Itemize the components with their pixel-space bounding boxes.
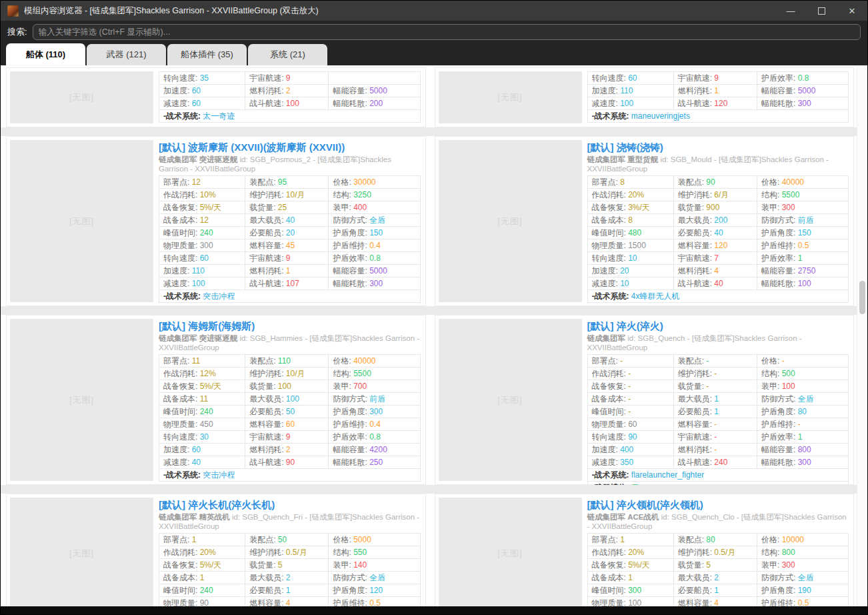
stat-row: 转向速度: 10宇宙航速: 7护盾效率: 1 <box>587 252 849 265</box>
stat-cell: 最大载员: 2 <box>673 572 757 584</box>
stat-cell: 宇宙航速: 9 <box>245 72 329 85</box>
tab-1[interactable]: 武器 (121) <box>87 44 166 65</box>
stat-row: 战备恢复: 5%/天载货量: 5装甲: 300 <box>587 559 849 572</box>
ship-subtitle: 链成集团军 突进驱逐舰 id: SGB_Posmous_2 - [链成集团军]S… <box>159 155 421 173</box>
ship-card[interactable]: [无图] [默认] 浇铸(浇铸) 链成集团军 重型货舰 id: SGB_Moul… <box>435 136 855 306</box>
ship-card[interactable]: [无图] [默认] 淬火(淬火) 链成集团军 id: SGB_Quench - … <box>435 315 855 485</box>
stat-cell: 护盾效率: 1 <box>757 252 848 265</box>
stat-cell: 燃料消耗: 1 <box>673 85 757 97</box>
stat-cell: 宇宙航速: 9 <box>245 431 329 444</box>
stat-row: 部署点: 11装配点: 110价格: 40000 <box>159 355 421 368</box>
tab-0[interactable]: 船体 (110) <box>6 43 85 65</box>
stat-cell: 结构: 5500 <box>757 189 848 201</box>
stat-cell: 燃料容量: 60 <box>245 418 329 431</box>
stat-cell: 减速度: 40 <box>159 456 245 469</box>
stat-cell: 装配点: - <box>673 355 757 368</box>
stat-cell: 战备恢复: 3%/天 <box>587 201 673 214</box>
ship-stats-table: 转向速度: 35宇宙航速: 9加速度: 60燃料消耗: 2幅能容量: 5000减… <box>159 71 421 123</box>
window-title: 模组内容浏览器 - [链成集团军]Shackles Garrison - XXV… <box>24 5 775 17</box>
stat-row: 战备成本: 8最大载员: 200防御方式: 前盾 <box>587 214 849 227</box>
stat-cell: 战斗航速: 240 <box>673 456 757 469</box>
stat-cell <box>329 72 420 85</box>
stat-cell: 最大载员: 1 <box>673 393 757 406</box>
minimize-button[interactable]: — <box>775 1 806 21</box>
stat-cell: 幅能耗散: 300 <box>757 456 848 469</box>
stat-cell: 价格: 5000 <box>329 534 420 546</box>
stat-row: 峰值时间: 240必要船员: 50护盾角度: 300 <box>159 406 421 418</box>
card-row: [无图] [默认] 海姆斯(海姆斯) 链成集团军 突进驱逐舰 id: SGB_H… <box>1 315 867 485</box>
stat-row: 转向速度: 90宇宙航速: -护盾效率: 1 <box>587 431 849 444</box>
stat-cell: 幅能容量: 4200 <box>329 444 420 456</box>
scrollbar-thumb[interactable] <box>859 281 865 314</box>
maximize-button[interactable] <box>806 1 837 21</box>
stat-cell: 结构: 550 <box>329 546 420 559</box>
ship-title: [默认] 淬火领机(淬火领机) <box>587 498 849 511</box>
titlebar: 模组内容浏览器 - [链成集团军]Shackles Garrison - XXV… <box>1 1 867 21</box>
stat-row: 减速度: 60战斗航速: 100幅能耗散: 200 <box>159 97 421 110</box>
stat-cell: 护盾维持: 0.5 <box>757 597 848 607</box>
stat-row: 战备恢复: 5%/天载货量: 100装甲: 700 <box>159 380 421 393</box>
stat-cell: 燃料容量: 4 <box>673 597 757 607</box>
scrollbar[interactable] <box>857 65 867 606</box>
tab-2[interactable]: 船体插件 (35) <box>167 44 247 65</box>
ship-thumbnail: [无图] <box>10 498 153 606</box>
no-image-watermark: [无图] <box>497 548 522 560</box>
row-separator <box>1 127 867 136</box>
ship-info: 转向速度: 60宇宙航速: 9护盾效率: 0.8加速度: 110燃料消耗: 1幅… <box>582 71 851 123</box>
stat-cell: 幅能容量: 5000 <box>757 85 848 97</box>
stat-cell: 护盾维持: 0.4 <box>329 418 420 431</box>
stat-row: 战备成本: 12最大载员: 40防御方式: 全盾 <box>159 214 421 227</box>
system-row: -武器槽位: 无 <box>587 482 849 486</box>
stat-cell: 加速度: 60 <box>159 444 245 456</box>
stat-cell: 燃料容量: 45 <box>245 239 329 252</box>
stat-cell: 峰值时间: 240 <box>159 584 245 597</box>
ship-subtitle: 链成集团军 id: SGB_Quench - [链成集团军]Shackles G… <box>587 334 849 352</box>
stat-cell: 加速度: 400 <box>587 444 673 456</box>
stat-cell: 最大载员: 100 <box>245 393 329 406</box>
close-button[interactable]: ✕ <box>837 1 867 21</box>
stat-cell: 物理质量: 100 <box>587 597 673 607</box>
ship-card[interactable]: [无图] [默认] 波斯摩斯 (XXVII)(波斯摩斯 (XXVII)) 链成集… <box>6 136 426 306</box>
ship-card[interactable]: [无图] 转向速度: 60宇宙航速: 9护盾效率: 0.8加速度: 110燃料消… <box>435 67 855 127</box>
stat-cell: 作战消耗: 10% <box>159 189 245 201</box>
bottom-strip <box>1 606 867 614</box>
stat-cell: 作战消耗: 20% <box>587 189 673 201</box>
stat-cell: 战备成本: 8 <box>587 214 673 227</box>
stat-cell: 载货量: 5 <box>245 559 329 572</box>
stat-cell: 幅能耗散: 300 <box>329 277 420 290</box>
ship-list: [无图] 转向速度: 35宇宙航速: 9加速度: 60燃料消耗: 2幅能容量: … <box>1 65 867 606</box>
system-row: -战术系统: 4x蜂群无人机 <box>587 290 849 303</box>
ship-card[interactable]: [无图] [默认] 淬火领机(淬火领机) 链成集团军 ACE战机 id: SGB… <box>435 494 855 606</box>
ship-thumbnail: [无图] <box>439 319 582 481</box>
stat-cell: 结构: 800 <box>757 546 848 559</box>
stat-row: 转向速度: 30宇宙航速: 9护盾效率: 0.8 <box>159 431 421 444</box>
ship-card[interactable]: [无图] [默认] 海姆斯(海姆斯) 链成集团军 突进驱逐舰 id: SGB_H… <box>6 315 426 485</box>
stat-cell: 幅能容量: 2750 <box>757 265 848 277</box>
stat-cell: 宇宙航速: 7 <box>673 252 757 265</box>
stat-cell: 燃料容量: - <box>673 418 757 431</box>
tab-3[interactable]: 系统 (21) <box>248 44 327 65</box>
stat-cell: 转向速度: 60 <box>587 72 673 85</box>
stat-cell: 护盾效率: 0.8 <box>329 431 420 444</box>
stat-cell: 护盾维持: 0.4 <box>329 239 420 252</box>
ship-faction-type: 链成集团军 <box>587 334 626 342</box>
stat-cell: 防御方式: 全盾 <box>329 214 420 227</box>
stat-cell: 防御方式: 全盾 <box>757 393 848 406</box>
stat-row: 作战消耗: 12%维护消耗: 10/月结构: 5500 <box>159 368 421 380</box>
system-cell: -战术系统: 突击冲程 <box>159 469 421 482</box>
search-input[interactable] <box>33 24 861 40</box>
ship-card[interactable]: [无图] 转向速度: 35宇宙航速: 9加速度: 60燃料消耗: 2幅能容量: … <box>6 67 426 127</box>
stat-cell: 部署点: 11 <box>159 355 245 368</box>
stat-cell: 防御方式: 前盾 <box>757 214 848 227</box>
stat-row: 作战消耗: 20%维护消耗: 0.5/月结构: 550 <box>159 546 421 559</box>
stat-cell: 燃料消耗: 1 <box>245 265 329 277</box>
stat-cell: 峰值时间: - <box>587 406 673 418</box>
stat-row: 峰值时间: -必要船员: 1护盾角度: 80 <box>587 406 849 418</box>
stat-cell: 减速度: 350 <box>587 456 673 469</box>
tab-bar: 船体 (110)武器 (121)船体插件 (35)系统 (21) <box>1 43 867 65</box>
stat-cell: 转向速度: 90 <box>587 431 673 444</box>
ship-card[interactable]: [无图] [默认] 淬火长机(淬火长机) 链成集团军 精英战机 id: SGB_… <box>6 494 426 606</box>
stat-row: 加速度: 20燃料消耗: 4幅能容量: 2750 <box>587 265 849 277</box>
ship-thumbnail: [无图] <box>10 71 153 123</box>
stat-row: 峰值时间: 480必要船员: 40护盾角度: 150 <box>587 227 849 239</box>
